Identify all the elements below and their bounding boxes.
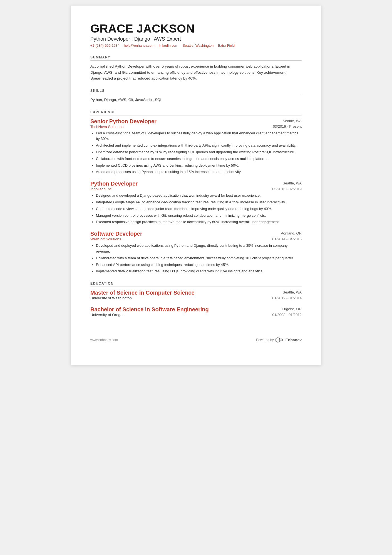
edu-right-1: Eugene, OR 01/2008 - 01/2012 [272, 306, 302, 318]
bullet-1-4: Executed responsive design practices to … [96, 219, 302, 225]
brand-name: Enhancv [286, 338, 302, 342]
job-header-1: Python Developer InnoTech Inc. Seattle, … [90, 181, 302, 193]
job-title-2: Software Developer WebSoft Solutions [90, 231, 142, 243]
header: GRACE JACKSON Python Developer | Django … [90, 22, 302, 48]
summary-title: SUMMARY [90, 55, 302, 61]
skills-section: SKILLS Python, Django, AWS, Git, JavaScr… [90, 89, 302, 103]
job-header-0: Senior Python Developer TechNova Solutio… [90, 118, 302, 130]
enhancv-logo: Enhancv [276, 337, 302, 343]
enhancv-logo-icon [276, 337, 284, 343]
bullet-2-0: Developed and deployed web applications … [96, 243, 302, 255]
footer-brand: Powered by Enhancv [256, 337, 302, 343]
bullet-0-5: Automated processes using Python scripts… [96, 169, 302, 175]
contact-location: Seattle, Washington [183, 44, 214, 48]
summary-text: Accomplished Python Developer with over … [90, 63, 302, 82]
bullet-1-2: Conducted code reviews and guided junior… [96, 206, 302, 212]
bullet-0-0: Led a cross-functional team of 8 develop… [96, 130, 302, 142]
footer: www.enhancv.com Powered by Enhancv [90, 334, 302, 343]
contact-extra: Extra Field [218, 44, 235, 48]
bullet-2-3: Implemented data visualization features … [96, 268, 302, 274]
bullet-2-2: Enhanced API performance using caching t… [96, 262, 302, 268]
bullet-0-4: Implemented CI/CD pipelines using AWS an… [96, 163, 302, 169]
bullet-2-1: Collaborated with a team of developers i… [96, 255, 302, 261]
job-header-2: Software Developer WebSoft Solutions Por… [90, 231, 302, 243]
edu-entry-0: Master of Science in Computer Science Un… [90, 290, 302, 301]
edu-entry-1: Bachelor of Science in Software Engineer… [90, 306, 302, 318]
contact-row: +1-(234)-555-1234 help@enhancv.com linke… [90, 44, 302, 48]
edu-left-1: Bachelor of Science in Software Engineer… [90, 306, 209, 317]
resume-page: GRACE JACKSON Python Developer | Django … [71, 6, 321, 365]
job-bullets-0: Led a cross-functional team of 8 develop… [90, 130, 302, 175]
skills-text: Python, Django, AWS, Git, JavaScript, SQ… [90, 97, 302, 103]
education-section: EDUCATION Master of Science in Computer … [90, 282, 302, 318]
job-title-1: Python Developer InnoTech Inc. [90, 181, 138, 193]
edu-right-0: Seattle, WA 01/2012 - 01/2014 [272, 290, 302, 301]
job-entry-0: Senior Python Developer TechNova Solutio… [90, 118, 302, 175]
bullet-1-1: Integrated Google Maps API to enhance ge… [96, 199, 302, 205]
candidate-title: Python Developer | Django | AWS Expert [90, 36, 302, 42]
contact-linkedin: linkedin.com [159, 44, 178, 48]
candidate-name: GRACE JACKSON [90, 22, 302, 35]
bullet-1-3: Managed version control processes with G… [96, 213, 302, 219]
skills-title: SKILLS [90, 89, 302, 94]
powered-by-label: Powered by [256, 338, 274, 342]
contact-email: help@enhancv.com [124, 44, 155, 48]
bullet-1-0: Designed and developed a Django-based ap… [96, 193, 302, 199]
summary-section: SUMMARY Accomplished Python Developer wi… [90, 55, 302, 82]
edu-left-0: Master of Science in Computer Science Un… [90, 290, 195, 300]
job-location-date-2: Portland, OR 01/2014 - 04/2016 [272, 231, 302, 242]
bullet-0-3: Collaborated with front-end teams to ens… [96, 156, 302, 162]
footer-website: www.enhancv.com [90, 338, 118, 342]
job-bullets-1: Designed and developed a Django-based ap… [90, 193, 302, 225]
job-entry-2: Software Developer WebSoft Solutions Por… [90, 231, 302, 274]
experience-title: EXPERIENCE [90, 110, 302, 115]
bullet-0-2: Optimized database performance by 20% by… [96, 149, 302, 155]
job-location-date-0: Seattle, WA 03/2019 - Present [273, 118, 302, 130]
job-location-date-1: Seattle, WA 05/2016 - 02/2019 [272, 181, 302, 192]
experience-section: EXPERIENCE Senior Python Developer TechN… [90, 110, 302, 275]
education-title: EDUCATION [90, 282, 302, 287]
job-title-0: Senior Python Developer TechNova Solutio… [90, 118, 157, 130]
contact-phone: +1-(234)-555-1234 [90, 44, 120, 48]
job-entry-1: Python Developer InnoTech Inc. Seattle, … [90, 181, 302, 225]
job-bullets-2: Developed and deployed web applications … [90, 243, 302, 274]
bullet-0-1: Architected and implemented complex inte… [96, 143, 302, 149]
